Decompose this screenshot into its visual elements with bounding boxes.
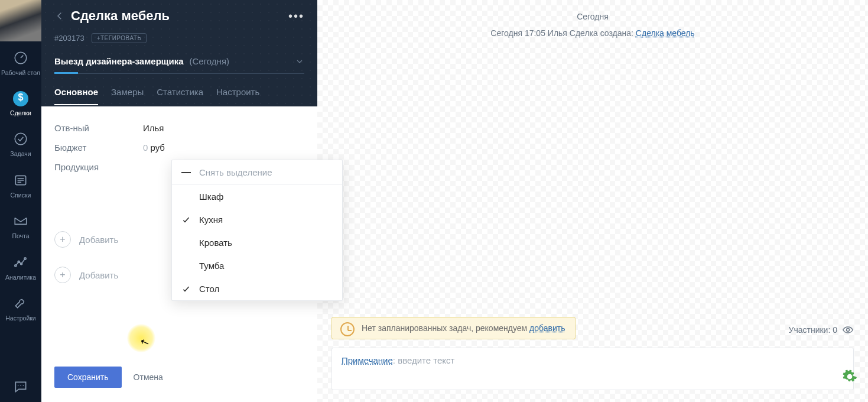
form-footer: Сохранить Отмена: [41, 356, 317, 402]
rail-label: Сделки: [10, 110, 31, 117]
avatar[interactable]: [0, 0, 41, 41]
feed-event-text: Сегодня 17:05 Илья Сделка создана:: [490, 28, 633, 38]
responsible-label: Отв-ный: [54, 123, 143, 133]
products-dropdown: Снять выделение ШкафКухняКроватьТумбаСто…: [171, 160, 343, 301]
rail-item-mail[interactable]: Почта: [0, 205, 41, 246]
note-label[interactable]: Примечание: [342, 355, 393, 365]
cursor-icon: ↖: [138, 335, 151, 350]
analytics-icon: [12, 254, 29, 271]
dropdown-option-label: Тумба: [199, 261, 224, 271]
dropdown-clear-label: Снять выделение: [199, 167, 272, 177]
tab-customize[interactable]: Настроить: [216, 82, 259, 105]
nav-rail: Рабочий стол Сделки Задачи Списки Почта: [0, 0, 41, 402]
rail-label: Почта: [12, 233, 29, 240]
tag-button[interactable]: +ТЕГИРОВАТЬ: [92, 33, 147, 43]
participants[interactable]: Участники: 0: [789, 324, 854, 336]
rail-label: Задачи: [10, 151, 31, 158]
panel-header: Сделка мебель ••• #203173 +ТЕГИРОВАТЬ Вы…: [41, 0, 317, 106]
svg-point-7: [847, 329, 850, 332]
note-input[interactable]: Примечание: введите текст: [331, 348, 854, 390]
deal-id: #203173: [54, 34, 84, 43]
rail-label: Настройки: [5, 315, 36, 322]
dropdown-option-label: Кровать: [199, 238, 232, 248]
deals-icon: [13, 91, 28, 106]
deal-form: Отв-ный Илья Бюджет 0 руб Продукция Снят…: [41, 106, 317, 295]
dropdown-option-label: Шкаф: [199, 192, 223, 202]
dropdown-option-label: Кухня: [199, 215, 223, 225]
chat-icon: [12, 378, 29, 395]
tab-measurements[interactable]: Замеры: [111, 82, 144, 105]
note-placeholder: введите текст: [398, 355, 454, 365]
check-icon: [181, 215, 191, 225]
note-separator: :: [393, 355, 398, 365]
add-company-label: Добавить: [79, 270, 118, 280]
dropdown-option[interactable]: Тумба: [172, 254, 342, 277]
feed-day-label: Сегодня: [331, 12, 854, 21]
banner-text: Нет запланированных задач, рекомендуем: [362, 323, 529, 333]
no-tasks-banner: Нет запланированных задач, рекомендуем д…: [331, 317, 576, 339]
deal-tabs: Основное Замеры Статистика Настроить: [54, 82, 304, 106]
feed-settings-button[interactable]: [841, 368, 859, 385]
eye-icon: [842, 324, 854, 336]
responsible-value[interactable]: Илья: [143, 123, 304, 133]
banner-add-link[interactable]: добавить: [529, 323, 565, 333]
stage-name: Выезд дизайнера-замерщика: [54, 56, 184, 66]
dropdown-clear[interactable]: Снять выделение: [172, 160, 342, 185]
check-icon: [181, 238, 191, 248]
gauge-icon: [12, 50, 29, 66]
stage-selector[interactable]: Выезд дизайнера-замерщика (Сегодня): [54, 56, 304, 74]
check-icon: [181, 284, 191, 294]
budget-currency: руб: [151, 142, 165, 153]
list-icon: [12, 172, 29, 189]
rail-item-chat[interactable]: [0, 370, 41, 402]
participants-label: Участники: 0: [789, 325, 837, 335]
rail-item-settings[interactable]: Настройки: [0, 287, 41, 328]
check-icon: [181, 261, 191, 271]
minus-icon: [181, 168, 191, 177]
feed-event: Сегодня 17:05 Илья Сделка создана: Сделк…: [331, 28, 854, 38]
feed-event-link[interactable]: Сделка мебель: [636, 28, 695, 38]
dropdown-option-label: Стол: [199, 284, 219, 294]
tab-main[interactable]: Основное: [54, 82, 98, 105]
svg-point-1: [15, 133, 27, 145]
rail-item-analytics[interactable]: Аналитика: [0, 246, 41, 287]
wrench-icon: [12, 295, 29, 312]
add-contact-label: Добавить: [79, 235, 118, 245]
deal-title[interactable]: Сделка мебель: [71, 8, 282, 24]
dropdown-option[interactable]: Стол: [172, 277, 342, 300]
rail-item-lists[interactable]: Списки: [0, 164, 41, 205]
budget-amount: 0: [143, 142, 148, 153]
cursor-highlight: [127, 324, 155, 352]
tab-statistics[interactable]: Статистика: [157, 82, 203, 105]
stage-date: (Сегодня): [190, 56, 229, 66]
dropdown-option[interactable]: Кухня: [172, 208, 342, 231]
mail-icon: [12, 213, 29, 229]
check-circle-icon: [12, 131, 29, 147]
plus-icon: +: [54, 231, 71, 248]
rail-item-tasks[interactable]: Задачи: [0, 122, 41, 164]
rail-item-deals[interactable]: Сделки: [0, 83, 41, 123]
products-label: Продукция: [54, 162, 143, 172]
budget-value[interactable]: 0 руб: [143, 142, 304, 153]
deal-panel: Сделка мебель ••• #203173 +ТЕГИРОВАТЬ Вы…: [41, 0, 317, 402]
more-icon[interactable]: •••: [288, 9, 304, 23]
rail-item-dashboard[interactable]: Рабочий стол: [0, 41, 41, 83]
back-icon[interactable]: [54, 11, 65, 21]
activity-feed: Сегодня Сегодня 17:05 Илья Сделка создан…: [317, 0, 868, 402]
cancel-button[interactable]: Отмена: [134, 372, 163, 382]
rail-label: Рабочий стол: [1, 70, 40, 77]
check-icon: [181, 192, 191, 202]
clock-icon: [340, 322, 355, 336]
save-button[interactable]: Сохранить: [54, 367, 122, 388]
svg-point-6: [24, 258, 26, 260]
rail-label: Списки: [11, 192, 31, 199]
budget-label: Бюджет: [54, 142, 143, 153]
rail-label: Аналитика: [5, 274, 36, 281]
plus-icon: +: [54, 267, 71, 283]
chevron-down-icon: [295, 57, 304, 66]
dropdown-option[interactable]: Шкаф: [172, 185, 342, 208]
dropdown-option[interactable]: Кровать: [172, 231, 342, 254]
